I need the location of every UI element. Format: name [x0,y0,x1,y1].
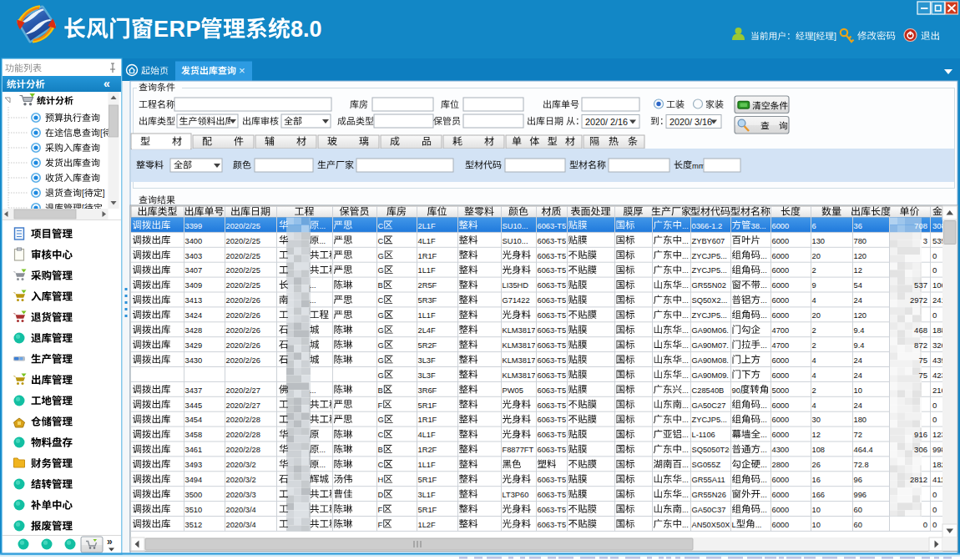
svg-text:6063-T5: 6063-T5 [538,476,567,484]
svg-text:...: ... [760,252,767,260]
svg-text:4: 4 [812,401,816,410]
svg-text:24: 24 [854,401,862,410]
svg-text:2020/3/4: 2020/3/4 [226,506,256,514]
svg-text:3407: 3407 [185,266,203,275]
svg-text:6000: 6000 [772,521,790,529]
svg-text:«: « [104,77,110,90]
svg-text:6000: 6000 [772,311,790,320]
svg-text:6063-T5: 6063-T5 [538,311,567,320]
svg-text:...: ... [682,341,689,350]
svg-text:ERP: ERP [154,17,201,42]
svg-text:ZYCJP5...: ZYCJP5... [692,252,727,260]
svg-text:2020/2/28: 2020/2/28 [226,416,260,424]
svg-text:2020/2/28: 2020/2/28 [226,431,260,439]
svg-text:1R1F: 1R1F [418,416,437,424]
svg-text:1L1F: 1L1F [418,461,437,469]
svg-text:ZYBY607: ZYBY607 [692,237,725,245]
svg-text:...: ... [310,281,316,290]
svg-text:C: C [378,296,384,305]
svg-text:4: 4 [812,371,816,380]
svg-text:537: 537 [914,280,927,290]
svg-text:3493: 3493 [185,461,203,469]
svg-text:6000: 6000 [772,431,790,439]
svg-text:GA50C37: GA50C37 [692,506,726,514]
svg-text:20: 20 [812,252,821,260]
svg-text:2020/ 2/16: 2020/ 2/16 [585,117,628,127]
svg-text:180: 180 [854,416,867,424]
svg-text:72: 72 [854,431,862,439]
svg-text:[: [ [814,32,816,41]
svg-text:3430: 3430 [185,356,203,365]
svg-text:16: 16 [812,476,821,484]
svg-text:3R6F: 3R6F [418,386,437,395]
svg-text:...: ... [320,461,326,469]
svg-text:0: 0 [923,520,927,529]
svg-text:...: ... [682,491,689,499]
svg-text:...: ... [682,326,689,335]
svg-text:SU10...: SU10... [503,222,528,230]
svg-text:4700: 4700 [772,326,790,335]
svg-text:26: 26 [812,461,821,469]
svg-text:...: ... [760,461,767,469]
svg-text:G71422: G71422 [503,296,530,305]
svg-text:1L1F: 1L1F [418,311,437,320]
svg-text:0: 0 [932,505,937,514]
svg-text:GA90M06.: GA90M06. [692,326,729,335]
svg-text:C28540B: C28540B [692,386,725,395]
svg-text:B: B [378,446,383,454]
svg-text:6063-T5: 6063-T5 [538,386,567,395]
svg-text:3424: 3424 [185,311,203,320]
svg-text:SU10...: SU10... [503,237,528,245]
svg-text:10: 10 [812,521,821,529]
svg-text:75: 75 [918,371,927,380]
svg-text:2020/3/2: 2020/3/2 [226,476,256,484]
svg-text:6063-T5: 6063-T5 [538,281,567,290]
svg-text:24: 24 [854,371,862,380]
svg-text:0: 0 [932,415,937,424]
svg-text:1R1F: 1R1F [418,252,437,260]
svg-text:KLM3817: KLM3817 [503,371,536,380]
svg-text:F8877FT: F8877FT [503,446,534,454]
svg-text:G: G [378,266,384,275]
svg-text:B: B [378,281,383,290]
svg-text:G: G [378,341,384,350]
svg-text:468: 468 [914,325,927,335]
svg-text:1R2F: 1R2F [418,446,437,454]
svg-text:916: 916 [914,430,927,439]
svg-text:38...: 38... [751,222,766,230]
svg-text:AN50X50X2: AN50X50X2 [692,521,735,529]
svg-text:...: ... [760,311,767,320]
svg-text:6063-T5: 6063-T5 [538,401,567,410]
svg-text:3494: 3494 [185,476,203,484]
svg-text:...: ... [760,476,767,484]
svg-text:0: 0 [932,490,937,499]
svg-text:2020/2/25: 2020/2/25 [226,222,260,230]
svg-text:6063-T5: 6063-T5 [538,506,567,514]
svg-text:6063-T5: 6063-T5 [538,446,567,454]
svg-text:0: 0 [932,401,937,410]
svg-text:2020/3/2: 2020/3/2 [226,461,256,469]
svg-text:...: ... [682,281,689,290]
svg-text:2020/ 3/16: 2020/ 3/16 [669,117,712,127]
svg-text:...: ... [310,386,316,395]
svg-text:96: 96 [854,476,862,484]
svg-text:SQ50X2...: SQ50X2... [692,296,728,305]
svg-text:2972: 2972 [910,295,927,305]
svg-text:GR55N02: GR55N02 [692,281,726,290]
svg-text:306: 306 [914,445,927,454]
svg-text:...: ... [320,446,326,454]
svg-text:6063-T5: 6063-T5 [538,296,567,305]
svg-text:...: ... [682,431,689,439]
svg-text:×: × [239,64,245,77]
svg-text:1L2F: 1L2F [418,521,437,529]
svg-text:C: C [378,431,384,439]
svg-text:2020/3/4: 2020/3/4 [226,521,256,529]
svg-text:3: 3 [923,236,927,245]
svg-text:0: 0 [932,265,937,275]
svg-text:2: 2 [812,326,816,335]
svg-text:12: 12 [854,266,862,275]
svg-text:L: L [732,521,736,529]
svg-text:9.4: 9.4 [854,341,865,350]
svg-text:6000: 6000 [772,356,790,365]
svg-text:G: G [378,356,384,365]
